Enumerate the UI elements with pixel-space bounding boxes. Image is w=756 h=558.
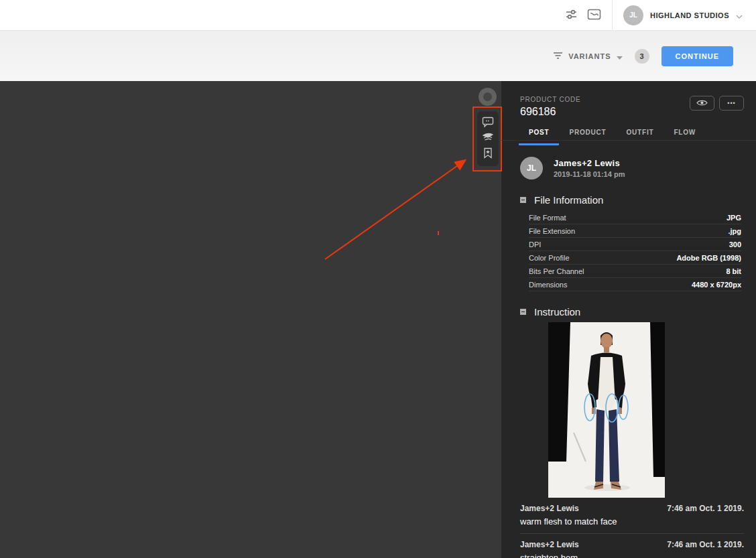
annotation-box [472, 107, 502, 171]
instruction-header[interactable]: Instruction [520, 306, 741, 318]
continue-button[interactable]: CONTINUE [662, 46, 733, 66]
author-avatar: JL [520, 157, 543, 180]
comments-list: James+2 Lewis 7:46 am Oct. 1 2019. warm … [501, 498, 756, 558]
table-row: Bits Per Channel 8 bit [529, 265, 741, 278]
file-information-header[interactable]: File Information [520, 194, 741, 206]
table-row: DPI 300 [529, 238, 741, 251]
more-options-button[interactable]: ••• [719, 96, 744, 111]
header-divider [612, 0, 613, 31]
app-header: JL HIGHLAND STUDIOS [0, 0, 756, 31]
annotation-arrow-layer [0, 81, 501, 558]
annotation-arrow [325, 161, 464, 259]
chevron-down-icon [736, 9, 743, 21]
row-label: Color Profile [529, 254, 570, 262]
tune-icon [565, 8, 578, 23]
author-timestamp: 2019-11-18 01:14 pm [554, 170, 625, 178]
instruction-image[interactable] [548, 322, 665, 498]
tab-outfit[interactable]: OUTFIT [626, 129, 653, 140]
comment-text: warm flesh to match face [520, 516, 744, 527]
row-label: File Format [529, 214, 566, 222]
row-value: 4480 x 6720px [692, 281, 741, 289]
account-menu[interactable]: JL HIGHLAND STUDIOS [623, 5, 743, 25]
product-code-label: PRODUCT CODE [520, 96, 581, 103]
variant-count-badge: 3 [635, 49, 649, 64]
table-row: File Extension .jpg [529, 224, 741, 238]
table-row: Dimensions 4480 x 6720px [529, 278, 741, 291]
eye-icon [696, 99, 708, 108]
row-value: Adobe RGB (1998) [676, 254, 741, 262]
collapse-toggle-icon[interactable] [520, 197, 526, 203]
table-row: Color Profile Adobe RGB (1998) [529, 251, 741, 265]
comment-time: 7:46 am Oct. 1 2019. [667, 504, 744, 513]
tune-button[interactable] [565, 8, 578, 23]
author-name: James+2 Lewis [554, 158, 625, 168]
chevron-down-icon [617, 50, 623, 62]
comment-author: James+2 Lewis [520, 540, 579, 549]
preview-button[interactable] [690, 96, 714, 111]
row-label: Bits Per Channel [529, 267, 584, 275]
curves-button[interactable] [587, 8, 601, 23]
file-information-section: File Information File Format JPG File Ex… [501, 194, 756, 291]
status-dot-inner [483, 92, 492, 101]
file-information-title: File Information [534, 194, 603, 206]
comment-time: 7:46 am Oct. 1 2019. [667, 540, 744, 549]
table-row: File Format JPG [529, 211, 741, 224]
sub-toolbar: VARIANTS 3 CONTINUE [0, 31, 756, 81]
tab-post[interactable]: POST [529, 129, 549, 140]
product-code-value: 696186 [520, 106, 581, 118]
row-label: DPI [529, 240, 541, 249]
author-row: JL James+2 Lewis 2019-11-18 01:14 pm [501, 141, 756, 180]
row-label: Dimensions [529, 281, 567, 289]
row-value: 8 bit [726, 267, 741, 275]
comment-author: James+2 Lewis [520, 504, 579, 513]
row-value: JPG [727, 214, 741, 222]
tab-product[interactable]: PRODUCT [569, 129, 606, 140]
list-item[interactable]: James+2 Lewis 7:46 am Oct. 1 2019. warm … [520, 498, 744, 527]
instruction-section: Instruction [501, 306, 756, 498]
file-information-table: File Format JPG File Extension .jpg DPI … [529, 211, 741, 291]
row-value: .jpg [728, 227, 741, 235]
row-value: 300 [729, 240, 741, 249]
panel-tabs: POST PRODUCT OUTFIT FLOW [501, 118, 756, 141]
details-panel: PRODUCT CODE 696186 ••• POST [501, 81, 756, 558]
status-dot[interactable] [479, 88, 497, 106]
variants-label: VARIANTS [568, 52, 611, 60]
account-name: HIGHLAND STUDIOS [650, 11, 729, 19]
image-canvas[interactable] [0, 81, 501, 558]
curves-icon [587, 8, 601, 23]
instruction-title: Instruction [534, 306, 580, 318]
more-icon: ••• [727, 100, 735, 107]
list-item[interactable]: James+2 Lewis 7:46 am Oct. 1 2019. strai… [520, 533, 744, 558]
filter-icon [553, 50, 563, 62]
row-label: File Extension [529, 227, 575, 235]
comment-text: straighten hem [520, 553, 744, 558]
annotation-mark [438, 231, 439, 235]
tab-flow[interactable]: FLOW [674, 129, 696, 140]
variants-dropdown[interactable]: VARIANTS [553, 50, 622, 62]
account-avatar: JL [623, 5, 643, 25]
collapse-toggle-icon[interactable] [520, 309, 526, 315]
